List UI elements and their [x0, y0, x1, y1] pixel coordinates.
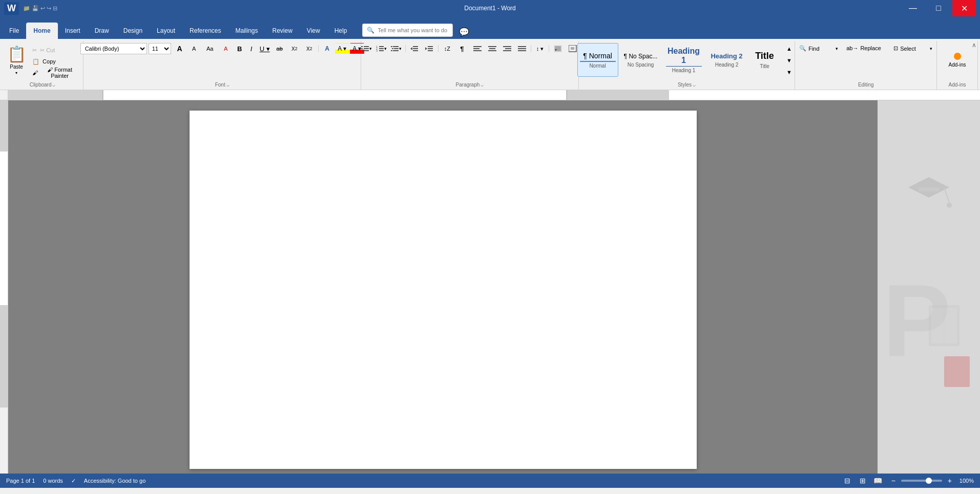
cut-button[interactable]: ✂ ✂ Cut — [30, 45, 81, 55]
styles-expand-icon[interactable]: ⌵ — [693, 82, 696, 88]
tab-draw[interactable]: Draw — [88, 23, 116, 39]
read-mode-button[interactable]: 📖 — [872, 475, 884, 486]
para-divider-3 — [531, 45, 531, 52]
zoom-level: 100% — [960, 478, 974, 484]
select-button[interactable]: ⊡ Select ▾ — [890, 43, 936, 54]
svg-rect-29 — [488, 46, 496, 47]
superscript-button[interactable]: X2 — [302, 43, 317, 54]
document-area[interactable] — [8, 100, 878, 474]
replace-button[interactable]: ab→ Replace — [843, 43, 889, 53]
style-heading2[interactable]: Heading 2 Heading 2 — [706, 43, 747, 77]
tab-file[interactable]: File — [2, 23, 26, 39]
subscript-button[interactable]: X2 — [287, 43, 302, 54]
editing-content: 🔍 Find ▾ ab→ Replace ⊡ Select ▾ — [796, 41, 936, 81]
svg-rect-21 — [413, 50, 418, 51]
maximize-button[interactable]: □ — [927, 0, 950, 16]
styles-scroll-down-button[interactable]: ▼ — [782, 55, 797, 66]
tab-insert[interactable]: Insert — [58, 23, 88, 39]
svg-text:▾: ▾ — [555, 48, 557, 52]
style-heading1-preview: Heading 1 — [668, 47, 700, 65]
shading-button[interactable]: ▾ — [551, 43, 565, 54]
svg-rect-16 — [391, 50, 392, 51]
underline-button[interactable]: U ▾ — [258, 43, 272, 54]
tab-mailings[interactable]: Mailings — [228, 23, 265, 39]
copy-button[interactable]: 📋 Copy — [30, 56, 81, 67]
ruler-h-svg — [8, 90, 980, 100]
highlight-color-button[interactable]: A ▾ — [335, 43, 349, 54]
bold-button[interactable]: B — [234, 43, 245, 54]
increase-indent-button[interactable] — [422, 43, 436, 54]
document-content[interactable] — [231, 152, 656, 459]
tab-design[interactable]: Design — [116, 23, 150, 39]
tab-home[interactable]: Home — [26, 23, 57, 39]
svg-rect-44 — [8, 90, 103, 100]
justify-button[interactable] — [515, 43, 529, 54]
zoom-slider-thumb[interactable] — [926, 478, 932, 484]
decrease-indent-button[interactable] — [407, 43, 422, 54]
styles-expand-button[interactable]: ▼ — [782, 67, 797, 78]
font-size-select[interactable]: 11 — [149, 43, 171, 54]
print-layout-view-button[interactable]: ⊟ — [842, 475, 853, 486]
style-heading1[interactable]: Heading 1 Heading 1 — [663, 43, 704, 77]
format-painter-button[interactable]: 🖌 🖌 Format Painter — [30, 68, 81, 78]
addins-button[interactable]: Add-ins — [942, 43, 973, 77]
style-normal-preview: ¶ Normal — [583, 52, 612, 60]
multilevel-list-button[interactable]: ▾ — [389, 43, 404, 54]
minimize-button[interactable]: — — [901, 0, 925, 16]
svg-text:▾: ▾ — [570, 51, 572, 52]
font-grow-button[interactable]: A — [173, 43, 187, 54]
font-expand-icon[interactable]: ⌵ — [226, 82, 230, 88]
numbering-button[interactable]: 1.2.3. ▾ — [374, 43, 389, 54]
font-divider — [318, 45, 319, 52]
paste-button[interactable]: 📋 Paste ▾ — [4, 43, 29, 77]
zoom-slider[interactable] — [901, 480, 942, 482]
bullets-button[interactable]: ▾ — [360, 43, 374, 54]
document-page[interactable] — [190, 111, 697, 469]
align-left-button[interactable] — [470, 43, 485, 54]
comment-icon[interactable]: 💬 — [459, 27, 469, 37]
tab-help[interactable]: Help — [327, 23, 355, 39]
svg-rect-46 — [103, 90, 567, 100]
font-name-select[interactable]: Calibri (Body) — [80, 43, 147, 54]
show-hide-button[interactable]: ¶ — [455, 43, 469, 54]
svg-rect-0 — [361, 46, 363, 47]
tab-references[interactable]: References — [182, 23, 228, 39]
svg-rect-3 — [364, 48, 369, 49]
line-spacing-button[interactable]: ↕ ▾ — [533, 43, 547, 54]
italic-button[interactable]: I — [246, 43, 257, 54]
change-case-button[interactable]: Aa — [203, 43, 217, 54]
spell-check-icon: ✓ — [71, 478, 76, 484]
ribbon-group-editing: 🔍 Find ▾ ab→ Replace ⊡ Select ▾ Editing — [795, 41, 937, 90]
zoom-in-button[interactable]: + — [944, 475, 955, 486]
ribbon-collapse-button[interactable]: ∧ — [970, 41, 978, 49]
clear-formatting-button[interactable]: A — [219, 43, 233, 54]
tab-review[interactable]: Review — [265, 23, 300, 39]
font-format-row: B I U ▾ ab X2 X2 A A ▾ A ▾ — [234, 43, 364, 54]
align-center-button[interactable] — [485, 43, 499, 54]
title-bar: W 📁 💾 ↩ ↪ ⊟ Document1 - Word — □ ✕ — [0, 0, 980, 16]
style-title[interactable]: Title Title — [749, 43, 780, 77]
ribbon-group-clipboard: 📋 Paste ▾ ✂ ✂ Cut 📋 Copy 🖌 🖌 Format Pain… — [2, 41, 84, 90]
font-shrink-button[interactable]: A — [187, 43, 201, 54]
tab-view[interactable]: View — [300, 23, 327, 39]
tab-layout[interactable]: Layout — [150, 23, 182, 39]
styles-scroll-buttons: ▲ ▼ ▼ — [782, 43, 797, 78]
align-right-button[interactable] — [500, 43, 514, 54]
find-button[interactable]: 🔍 Find ▾ — [796, 43, 842, 54]
close-button[interactable]: ✕ — [952, 0, 976, 16]
tell-me-input[interactable] — [378, 27, 448, 33]
style-no-spacing[interactable]: ¶ No Spac... No Spacing — [620, 43, 661, 77]
web-layout-view-button[interactable]: ⊞ — [857, 475, 868, 486]
text-effects-button[interactable]: A — [320, 43, 335, 54]
tell-me-box[interactable]: 🔍 — [362, 24, 453, 37]
style-normal[interactable]: ¶ Normal Normal — [577, 43, 618, 77]
strikethrough-button[interactable]: ab — [273, 43, 287, 54]
watermark-svg: P — [878, 100, 980, 407]
styles-scroll-up-button[interactable]: ▲ — [782, 43, 797, 54]
paragraph-expand-icon[interactable]: ⌵ — [481, 82, 484, 88]
ruler-corner — [0, 90, 8, 100]
clipboard-expand-icon[interactable]: ⌵ — [52, 82, 55, 88]
sort-button[interactable]: ↕Z — [440, 43, 454, 54]
zoom-out-button[interactable]: − — [888, 475, 899, 486]
select-icon: ⊡ — [893, 45, 898, 52]
